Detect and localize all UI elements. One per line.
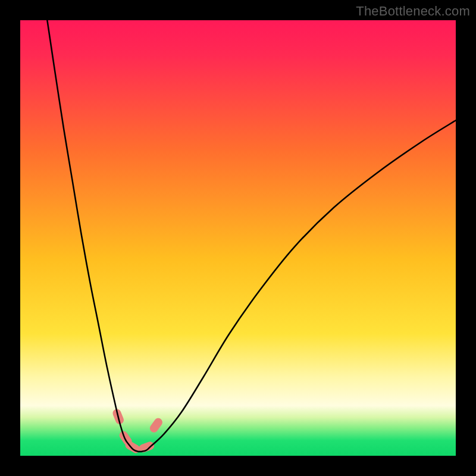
attribution-label: TheBottleneck.com — [356, 4, 470, 19]
chart-frame: TheBottleneck.com — [0, 0, 476, 476]
curve-layer — [20, 20, 456, 456]
markers-group — [111, 408, 164, 455]
plot-area — [20, 20, 456, 456]
highlight-marker — [148, 416, 164, 434]
bottleneck-curve — [47, 20, 456, 452]
